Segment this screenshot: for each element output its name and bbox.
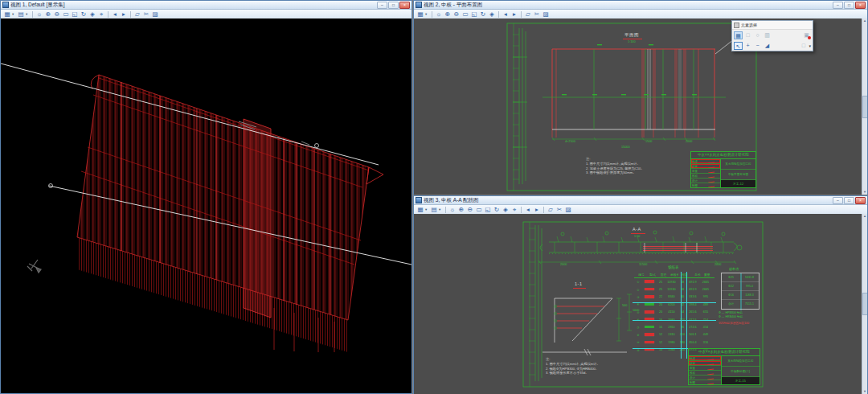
dropdown-arrow-icon[interactable]: ▾ (425, 10, 429, 18)
scroll-up-icon[interactable]: ▲ (863, 214, 866, 219)
maximize-button[interactable]: □ (844, 2, 854, 9)
scroll-up-icon[interactable]: ▲ (863, 18, 866, 23)
invert-selection-icon[interactable]: ◢ (763, 42, 772, 50)
view3-canvas[interactable]: A-A 1:50 2000 11500 2000 1-1 500 1000 钢筋… (414, 214, 867, 394)
clip-volume-icon[interactable]: ✂ (533, 10, 541, 18)
rebar-shape-glyph (645, 326, 654, 329)
view1-canvas[interactable] (1, 18, 411, 393)
pan-view-icon[interactable]: ◈ (488, 10, 496, 18)
view-previous-icon[interactable]: ◂ (502, 10, 510, 18)
clip-mask-icon[interactable]: ▨ (542, 10, 550, 18)
vertical-scrollbar[interactable]: ▲ ▼ (862, 214, 867, 394)
shape-select-icon[interactable]: ○ (753, 31, 762, 39)
view-attributes-icon[interactable]: ▤ (430, 206, 438, 214)
clip-volume-icon[interactable]: ✂ (142, 10, 150, 18)
dropdown-arrow-icon[interactable]: ▾ (439, 206, 443, 214)
display-style-icon[interactable]: ▦ (3, 10, 11, 18)
fit-view-icon[interactable]: ◱ (71, 10, 79, 18)
display-style-icon[interactable]: ▦ (416, 10, 424, 18)
application-desktop: 视图 1, Default [显示集] – □ × ▦▾ ▤▾ ☼ ⊕ ⊖ ▭ … (0, 0, 868, 394)
view1-titlebar[interactable]: 视图 1, Default [显示集] – □ × (1, 1, 411, 10)
view-app-icon (2, 2, 9, 8)
pan-view-icon[interactable]: ◈ (502, 206, 510, 214)
maximize-button[interactable]: □ (388, 2, 399, 9)
display-style-icon[interactable]: ▦ (416, 206, 424, 214)
subtract-selection-icon[interactable]: − (753, 42, 762, 50)
individual-select-icon[interactable]: ▦ (734, 31, 743, 39)
legend-red-note: Φ25钢筋加密区间距100 (719, 322, 749, 325)
pin-icon[interactable] (734, 23, 739, 28)
adjust-brightness-icon[interactable]: ☼ (435, 10, 443, 18)
zoom-out-icon[interactable]: ⊖ (53, 10, 61, 18)
clear-selection-icon[interactable]: ▣ (802, 31, 811, 39)
minimize-button[interactable]: – (377, 2, 387, 9)
close-button[interactable]: × (855, 197, 866, 204)
dialog-titlebar[interactable]: 元素选择 (732, 21, 813, 30)
line-select-icon[interactable]: ▥ (763, 31, 772, 39)
clip-volume-icon[interactable]: ✂ (555, 206, 563, 214)
view2-titlebar[interactable]: 视图 2, 中板 - 平面布置图 – □ × (414, 1, 867, 10)
new-selection-icon[interactable]: ↖ (734, 42, 743, 50)
dropdown-arrow-icon[interactable]: ▾ (26, 10, 30, 18)
zoom-in-icon[interactable]: ⊕ (44, 10, 52, 18)
zoom-in-icon[interactable]: ⊕ (444, 10, 452, 18)
rotate-view-icon[interactable]: ↻ (479, 10, 487, 18)
notes-title: 注: (546, 357, 600, 361)
zoom-out-icon[interactable]: ⊖ (452, 10, 461, 18)
walk-view-icon[interactable]: ⌖ (97, 10, 105, 18)
scroll-down-icon[interactable]: ▼ (863, 389, 866, 394)
vertical-scrollbar[interactable]: ▲ ▼ (862, 18, 867, 195)
detail-label: 1-1 (575, 281, 582, 287)
adjust-brightness-icon[interactable]: ☼ (35, 10, 43, 18)
rebar-table-row: ① 25 11930 58 691.9 2665 (634, 278, 714, 285)
close-button[interactable]: × (399, 2, 410, 9)
scroll-down-icon[interactable]: ▼ (863, 190, 866, 195)
view-previous-icon[interactable]: ◂ (524, 206, 532, 214)
close-button[interactable]: × (855, 2, 866, 9)
signature-scribble (707, 380, 714, 384)
view-previous-icon[interactable]: ◂ (111, 10, 119, 18)
rotate-view-icon[interactable]: ↻ (493, 206, 501, 214)
window-area-icon[interactable]: ▭ (62, 10, 70, 18)
minimize-button[interactable]: – (833, 2, 843, 9)
view-next-icon[interactable]: ▸ (510, 10, 518, 18)
dropdown-arrow-icon[interactable]: ▾ (425, 206, 429, 214)
view-attributes-icon[interactable]: ▤ (17, 10, 25, 18)
dim-label-total: 15000 (621, 146, 630, 150)
rebar-table-row: ⑦ 16 2860 96 274.6 434 (634, 323, 714, 330)
copy-view-icon[interactable]: ▱ (547, 206, 555, 214)
drawing-notes: 注: 1. 图中尺寸均以mm计, 高程以m计。2. 钢筋Φ为HPB300, Φ为… (546, 357, 600, 375)
minimize-button[interactable]: – (833, 197, 843, 204)
adjust-brightness-icon[interactable]: ☼ (448, 206, 457, 214)
walk-view-icon[interactable]: ⌖ (510, 206, 518, 214)
pan-view-icon[interactable]: ◈ (88, 10, 96, 18)
block-select-icon[interactable]: □ (743, 31, 752, 39)
rebar-table-header: 重量 (704, 273, 710, 277)
rebar-table-header: 总长 (691, 273, 704, 277)
dropdown-arrow-icon[interactable]: ▾ (12, 10, 16, 18)
project-name: 某水闸除险加固工程 (722, 356, 760, 367)
view-next-icon[interactable]: ▸ (533, 206, 541, 214)
copy-view-icon[interactable]: ▱ (524, 10, 532, 18)
rotate-view-icon[interactable]: ↻ (80, 10, 88, 18)
window-area-icon[interactable]: ▭ (461, 10, 469, 18)
select-all-icon[interactable]: □ (799, 42, 808, 50)
add-selection-icon[interactable]: + (743, 42, 752, 50)
window-area-icon[interactable]: ▭ (475, 206, 483, 214)
zoom-out-icon[interactable]: ⊖ (466, 206, 474, 214)
fit-view-icon[interactable]: ◱ (470, 10, 478, 18)
scrollbar-thumb[interactable] (862, 293, 868, 315)
clip-mask-icon[interactable]: ▨ (564, 206, 572, 214)
clip-mask-icon[interactable]: ▨ (151, 10, 159, 18)
sheet-number: 水工-15 (722, 377, 760, 384)
expand-chevron-icon[interactable]: ▾ (809, 43, 811, 48)
copy-view-icon[interactable]: ▱ (133, 10, 141, 18)
material-table: Φ255331.8Φ22995.0Φ161188.3合计7515.1 (721, 273, 760, 310)
scrollbar-thumb[interactable] (862, 96, 868, 118)
zoom-in-icon[interactable]: ⊕ (457, 206, 465, 214)
view3-titlebar[interactable]: 视图 3, 中板 A-A 配筋图 – □ × (414, 196, 867, 205)
view-next-icon[interactable]: ▸ (120, 10, 128, 18)
dim-label: 2000 (714, 263, 721, 267)
maximize-button[interactable]: □ (844, 197, 854, 204)
fit-view-icon[interactable]: ◱ (484, 206, 492, 214)
